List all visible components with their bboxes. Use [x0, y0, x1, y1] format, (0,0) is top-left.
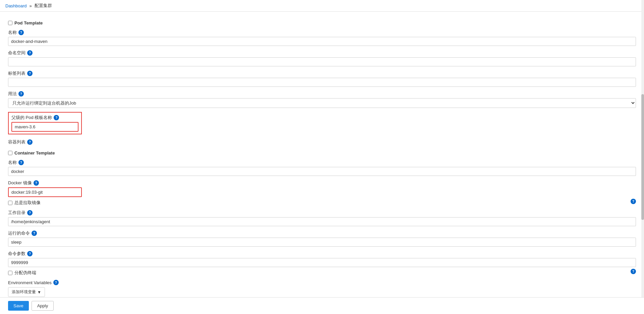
always-pull-help-icon[interactable]: ? [631, 199, 636, 204]
working-dir-field-label: 工作目录 ? [8, 210, 636, 216]
add-env-button-label: 添加环境变量 [12, 289, 36, 295]
command-args-label-text: 命令参数 [8, 251, 25, 257]
usage-help-icon[interactable]: ? [18, 91, 24, 97]
container-name-label-text: 名称 [8, 160, 17, 166]
allocate-tty-checkbox[interactable] [8, 271, 12, 275]
container-list-text: 容器列表 [8, 139, 25, 145]
parent-pod-label-text: 父级的 Pod 模板名称 [11, 115, 52, 121]
parent-pod-help-icon[interactable]: ? [54, 115, 59, 120]
name-help-icon[interactable]: ? [18, 30, 24, 35]
working-dir-help-icon[interactable]: ? [27, 210, 33, 215]
allocate-tty-checkbox-row: 分配伪终端 [8, 270, 36, 276]
allocate-tty-help-icon[interactable]: ? [631, 269, 636, 274]
env-vars-controls: 添加环境变量 ▼ [8, 287, 636, 297]
apply-button[interactable]: Apply [32, 301, 54, 311]
container-template-section: Container Template 名称 ? Docker 镜像 ? 总是拉取… [8, 150, 636, 305]
container-name-input[interactable] [8, 167, 636, 176]
labels-label-text: 标签列表 [8, 70, 25, 76]
name-field-label: 名称 ? [8, 29, 636, 36]
run-command-input[interactable] [8, 238, 636, 247]
container-name-field-label: 名称 ? [8, 160, 636, 166]
working-dir-label-text: 工作目录 [8, 210, 25, 216]
container-list-label: 容器列表 ? [8, 139, 636, 145]
scrollbar-track [641, 0, 644, 314]
namespace-label-text: 命名空间 [8, 50, 25, 56]
breadcrumb-dashboard[interactable]: Dashboard [5, 3, 27, 8]
env-vars-label-text: Environment Variables [8, 280, 52, 285]
allocate-tty-label: 分配伪终端 [14, 270, 36, 276]
labels-input[interactable] [8, 78, 636, 87]
labels-help-icon[interactable]: ? [27, 71, 33, 76]
container-list-help-icon[interactable]: ? [27, 139, 33, 145]
docker-image-input[interactable] [8, 187, 82, 197]
parent-pod-input[interactable] [11, 122, 78, 132]
command-args-input[interactable] [8, 258, 636, 267]
env-vars-help-icon[interactable]: ? [53, 280, 59, 285]
run-command-label-text: 运行的命令 [8, 230, 30, 236]
always-pull-row: 总是拉取镜像 ? [8, 197, 636, 206]
container-template-checkbox[interactable] [8, 151, 12, 155]
labels-field-label: 标签列表 ? [8, 70, 636, 76]
pod-template-header: Pod Template [8, 20, 636, 25]
container-template-header: Container Template [8, 150, 636, 155]
action-bar: Save Apply [0, 297, 644, 314]
usage-select[interactable]: 只允许运行绑定到这台机器的Job [8, 98, 636, 108]
run-command-field-label: 运行的命令 ? [8, 230, 636, 236]
command-args-field-label: 命令参数 ? [8, 251, 636, 257]
pod-template-label: Pod Template [14, 20, 43, 25]
always-pull-label: 总是拉取镜像 [14, 200, 41, 206]
namespace-help-icon[interactable]: ? [27, 50, 33, 56]
always-pull-checkbox-row: 总是拉取镜像 [8, 200, 41, 206]
always-pull-checkbox[interactable] [8, 201, 12, 205]
scroll-area: Pod Template 名称 ? 命名空间 ? 标签列表 ? 用法 ? 只允许… [8, 12, 636, 314]
container-template-label: Container Template [14, 150, 55, 155]
allocate-tty-row: 分配伪终端 ? [8, 267, 636, 276]
scrollbar-thumb[interactable] [641, 94, 644, 220]
docker-image-help-icon[interactable]: ? [34, 180, 39, 186]
parent-pod-highlight-box: 父级的 Pod 模板名称 ? [8, 112, 82, 134]
breadcrumb-separator: » [30, 3, 32, 8]
save-button[interactable]: Save [8, 301, 29, 311]
usage-field-label: 用法 ? [8, 91, 636, 97]
add-env-button[interactable]: 添加环境变量 ▼ [8, 287, 45, 297]
usage-label-text: 用法 [8, 91, 17, 97]
namespace-field-label: 命名空间 ? [8, 50, 636, 56]
run-command-help-icon[interactable]: ? [32, 231, 37, 236]
docker-image-field-label: Docker 镜像 ? [8, 180, 636, 186]
command-args-help-icon[interactable]: ? [27, 251, 33, 256]
breadcrumb: Dashboard » 配置集群 [0, 0, 644, 12]
env-vars-field-label: Environment Variables ? [8, 280, 636, 285]
namespace-input[interactable] [8, 57, 636, 66]
main-content: Pod Template 名称 ? 命名空间 ? 标签列表 ? 用法 ? 只允许… [0, 12, 644, 314]
container-name-help-icon[interactable]: ? [18, 160, 24, 165]
name-label-text: 名称 [8, 29, 17, 36]
parent-pod-field-label: 父级的 Pod 模板名称 ? [11, 115, 78, 121]
name-input[interactable] [8, 37, 636, 46]
breadcrumb-current: 配置集群 [35, 3, 52, 9]
working-dir-input[interactable] [8, 217, 636, 226]
add-env-dropdown-icon: ▼ [37, 290, 41, 295]
docker-image-label-text: Docker 镜像 [8, 180, 32, 186]
pod-template-checkbox[interactable] [8, 21, 12, 25]
